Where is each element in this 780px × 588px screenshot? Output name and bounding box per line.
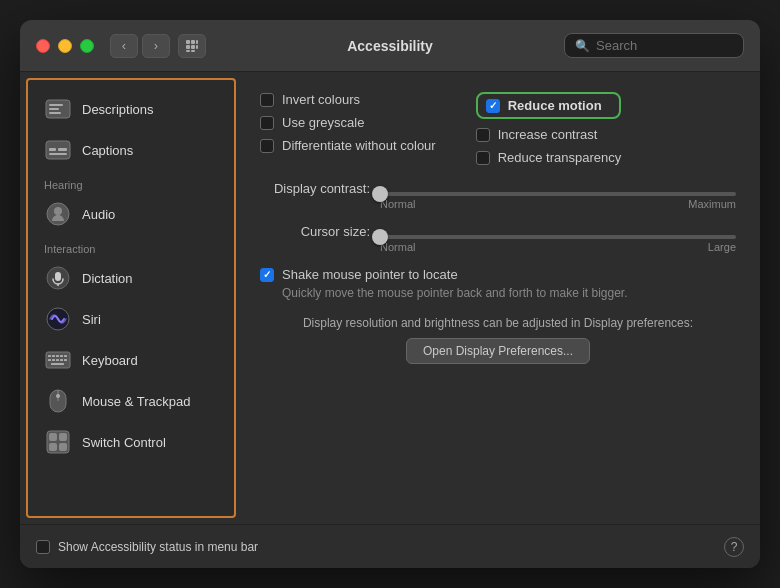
svg-rect-13 <box>49 148 56 151</box>
display-contrast-section: Display contrast: Normal Maximum <box>260 181 736 210</box>
captions-icon <box>44 136 72 164</box>
main-content: Descriptions Captions Hearing <box>20 72 760 524</box>
cursor-size-label: Cursor size: <box>260 224 370 239</box>
shake-row: Shake mouse pointer to locate Quickly mo… <box>260 267 736 300</box>
sidebar-item-descriptions[interactable]: Descriptions <box>32 89 230 129</box>
svg-rect-14 <box>58 148 67 151</box>
reduce-transparency-checkbox[interactable] <box>476 151 490 165</box>
use-greyscale-row[interactable]: Use greyscale <box>260 115 436 130</box>
differentiate-checkbox[interactable] <box>260 139 274 153</box>
svg-rect-29 <box>52 359 55 361</box>
reduce-transparency-row[interactable]: Reduce transparency <box>476 150 622 165</box>
sidebar-item-switch-control[interactable]: Switch Control <box>32 422 230 462</box>
svg-rect-26 <box>60 355 63 357</box>
minimize-button[interactable] <box>58 39 72 53</box>
display-contrast-track[interactable] <box>380 192 736 196</box>
maximize-button[interactable] <box>80 39 94 53</box>
sidebar-item-audio[interactable]: Audio <box>32 194 230 234</box>
grid-button[interactable] <box>178 34 206 58</box>
reduce-motion-checkbox[interactable] <box>486 99 500 113</box>
sidebar-item-descriptions-label: Descriptions <box>82 102 154 117</box>
open-display-prefs-button[interactable]: Open Display Preferences... <box>406 338 590 364</box>
sidebar-item-keyboard-label: Keyboard <box>82 353 138 368</box>
search-icon: 🔍 <box>575 39 590 53</box>
svg-rect-38 <box>49 433 57 441</box>
mouse-icon <box>44 387 72 415</box>
descriptions-icon <box>44 95 72 123</box>
keyboard-icon <box>44 346 72 374</box>
audio-icon <box>44 200 72 228</box>
accessibility-window: ‹ › Accessibility 🔍 <box>20 20 760 568</box>
svg-rect-15 <box>49 153 67 155</box>
status-bar-checkbox[interactable] <box>36 540 50 554</box>
svg-rect-19 <box>55 272 61 281</box>
search-input[interactable] <box>596 38 733 53</box>
content-area: Invert colours Use greyscale Differentia… <box>236 72 760 524</box>
increase-contrast-label: Increase contrast <box>498 127 598 142</box>
display-contrast-thumb[interactable] <box>372 186 388 202</box>
svg-rect-5 <box>196 45 198 49</box>
display-contrast-slider-wrapper <box>380 182 736 196</box>
cursor-size-thumb[interactable] <box>372 229 388 245</box>
svg-rect-30 <box>56 359 59 361</box>
shake-description: Quickly move the mouse pointer back and … <box>260 286 736 300</box>
sidebar-item-captions[interactable]: Captions <box>32 130 230 170</box>
sidebar-item-siri[interactable]: Siri <box>32 299 230 339</box>
svg-rect-10 <box>49 108 59 110</box>
sidebar-item-switch-control-label: Switch Control <box>82 435 166 450</box>
cursor-size-track[interactable] <box>380 235 736 239</box>
svg-rect-11 <box>49 112 61 114</box>
sidebar-item-mouse-trackpad-label: Mouse & Trackpad <box>82 394 190 409</box>
interaction-header: Interaction <box>28 235 234 257</box>
svg-rect-25 <box>56 355 59 357</box>
display-contrast-min-label: Normal <box>380 198 415 210</box>
nav-buttons: ‹ › <box>110 34 206 58</box>
display-contrast-slider-container: Display contrast: <box>260 181 736 196</box>
svg-point-36 <box>56 394 60 398</box>
svg-rect-40 <box>49 443 57 451</box>
left-options: Invert colours Use greyscale Differentia… <box>260 92 436 165</box>
right-options: Reduce motion Increase contrast Reduce t… <box>476 92 622 165</box>
hearing-header: Hearing <box>28 171 234 193</box>
sidebar-item-dictation[interactable]: Dictation <box>32 258 230 298</box>
status-bar-row[interactable]: Show Accessibility status in menu bar <box>36 540 258 554</box>
svg-rect-23 <box>48 355 51 357</box>
svg-rect-27 <box>64 355 67 357</box>
sidebar-item-keyboard[interactable]: Keyboard <box>32 340 230 380</box>
help-button[interactable]: ? <box>724 537 744 557</box>
svg-rect-4 <box>191 45 195 49</box>
increase-contrast-checkbox[interactable] <box>476 128 490 142</box>
svg-rect-32 <box>64 359 67 361</box>
use-greyscale-checkbox[interactable] <box>260 116 274 130</box>
sidebar: Descriptions Captions Hearing <box>26 78 236 518</box>
cursor-size-slider-container: Cursor size: <box>260 224 736 239</box>
bottom-bar: Show Accessibility status in menu bar ? <box>20 524 760 568</box>
differentiate-row[interactable]: Differentiate without colour <box>260 138 436 153</box>
svg-rect-33 <box>51 363 64 365</box>
svg-rect-39 <box>59 433 67 441</box>
invert-colours-row[interactable]: Invert colours <box>260 92 436 107</box>
svg-rect-3 <box>186 45 190 49</box>
shake-checkbox[interactable] <box>260 268 274 282</box>
svg-rect-2 <box>196 40 198 44</box>
reduce-motion-label: Reduce motion <box>508 98 602 113</box>
sidebar-item-audio-label: Audio <box>82 207 115 222</box>
svg-point-17 <box>54 207 62 215</box>
titlebar: ‹ › Accessibility 🔍 <box>20 20 760 72</box>
shake-main[interactable]: Shake mouse pointer to locate <box>260 267 736 282</box>
increase-contrast-row[interactable]: Increase contrast <box>476 127 622 142</box>
search-bar[interactable]: 🔍 <box>564 33 744 58</box>
forward-button[interactable]: › <box>142 34 170 58</box>
differentiate-label: Differentiate without colour <box>282 138 436 153</box>
invert-colours-checkbox[interactable] <box>260 93 274 107</box>
use-greyscale-label: Use greyscale <box>282 115 364 130</box>
sidebar-item-mouse-trackpad[interactable]: Mouse & Trackpad <box>32 381 230 421</box>
close-button[interactable] <box>36 39 50 53</box>
svg-rect-9 <box>49 104 63 106</box>
reduce-motion-wrapper: Reduce motion <box>476 92 622 119</box>
display-note: Display resolution and brightness can be… <box>260 316 736 330</box>
shake-label: Shake mouse pointer to locate <box>282 267 458 282</box>
svg-rect-28 <box>48 359 51 361</box>
siri-icon <box>44 305 72 333</box>
back-button[interactable]: ‹ <box>110 34 138 58</box>
